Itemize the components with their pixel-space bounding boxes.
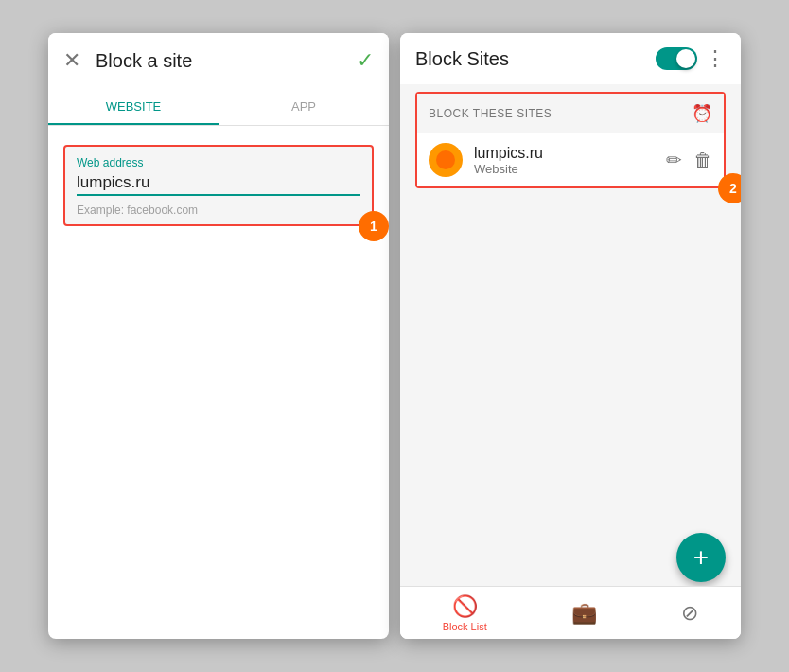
input-label: Web address (77, 156, 360, 169)
fab-add-button[interactable]: + (676, 533, 726, 582)
input-hint: Example: facebook.com (77, 203, 360, 217)
edit-icon[interactable]: ✏ (666, 149, 682, 171)
site-actions: ✏ 🗑 (666, 149, 712, 171)
blocklist-label: Block List (443, 621, 487, 632)
section-title: BLOCK THESE SITES (429, 107, 552, 120)
fab-add-icon: + (693, 542, 709, 573)
tab-website[interactable]: WEBSITE (48, 88, 219, 125)
site-row: lumpics.ru Website ✏ 🗑 (417, 133, 724, 186)
section-header: BLOCK THESE SITES ⏰ (417, 94, 724, 133)
right-header-title: Block Sites (415, 48, 656, 70)
bottom-nav-briefcase[interactable]: 💼 (571, 601, 597, 626)
site-favicon (429, 143, 463, 177)
section-box: BLOCK THESE SITES ⏰ lumpics.ru Website ✏ (415, 92, 726, 188)
badge-1: 1 (359, 211, 389, 241)
tabs-row: WEBSITE APP (48, 88, 389, 126)
bottom-nav: 🚫 Block List 💼 ⊘ (400, 586, 741, 639)
left-phone-screen: ✕ Block a site ✓ WEBSITE APP Web address… (48, 33, 389, 639)
briefcase-icon: 💼 (571, 601, 597, 626)
block-list-icon: 🚫 (452, 594, 478, 619)
close-icon[interactable]: ✕ (63, 48, 80, 73)
site-type: Website (474, 162, 666, 176)
left-content: Web address Example: facebook.com 1 (48, 126, 389, 245)
url-input[interactable] (77, 173, 360, 196)
check-icon[interactable]: ✓ (357, 48, 374, 73)
site-name: lumpics.ru (474, 145, 666, 162)
toggle-switch[interactable] (656, 47, 697, 70)
more-vert-icon[interactable]: ⋮ (705, 46, 726, 71)
left-header-title: Block a site (96, 50, 357, 72)
bottom-nav-ban[interactable]: ⊘ (681, 601, 698, 626)
input-wrapper: Web address Example: facebook.com 1 (63, 145, 374, 226)
input-container: Web address Example: facebook.com (63, 145, 374, 226)
tab-app[interactable]: APP (219, 88, 389, 125)
bottom-nav-blocklist[interactable]: 🚫 Block List (443, 594, 487, 632)
badge-2: 2 (718, 173, 741, 203)
favicon-inner (436, 150, 455, 169)
left-header: ✕ Block a site ✓ (48, 33, 389, 88)
ban-icon: ⊘ (681, 601, 698, 626)
alarm-icon[interactable]: ⏰ (692, 103, 712, 124)
delete-icon[interactable]: 🗑 (693, 150, 712, 171)
site-info: lumpics.ru Website (474, 145, 666, 176)
section-wrapper: BLOCK THESE SITES ⏰ lumpics.ru Website ✏ (408, 92, 733, 188)
right-phone-screen: Block Sites ⋮ BLOCK THESE SITES ⏰ l (400, 33, 741, 639)
right-header: Block Sites ⋮ (400, 33, 741, 84)
